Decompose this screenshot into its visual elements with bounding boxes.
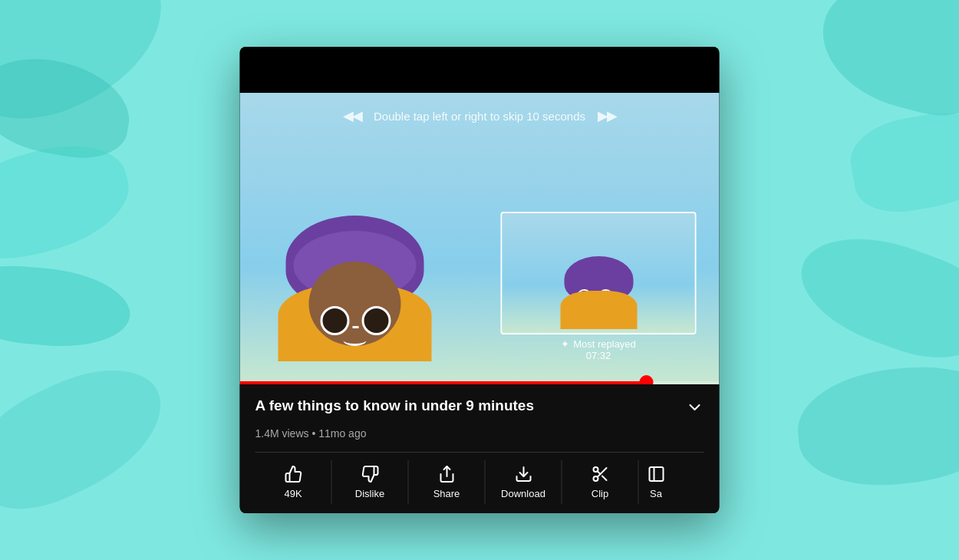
share-button[interactable]: Share: [409, 460, 486, 504]
most-replayed-thumbnail: [501, 212, 697, 334]
thumbs-down-icon: [361, 465, 379, 483]
sparkle-icon: ✦: [561, 338, 569, 350]
device-top-bar: [240, 47, 720, 93]
thumbs-up-icon: [284, 465, 302, 483]
scissors-icon: [591, 465, 609, 483]
video-info-panel: A few things to know in under 9 minutes …: [240, 384, 720, 513]
download-button[interactable]: Download: [486, 460, 562, 504]
video-title-row: A few things to know in under 9 minutes: [255, 397, 704, 421]
save-icon: [647, 465, 665, 483]
brush-stroke-5: [0, 347, 182, 529]
clip-button[interactable]: Clip: [562, 460, 639, 504]
chevron-down-button[interactable]: [686, 398, 704, 421]
glass-bridge: [353, 326, 359, 328]
video-player[interactable]: ◀◀ Double tap left or right to skip 10 s…: [240, 93, 720, 384]
save-button[interactable]: Sa: [639, 460, 674, 504]
dislike-label: Dislike: [355, 488, 384, 499]
dislike-button[interactable]: Dislike: [332, 460, 409, 504]
like-label: 49K: [284, 488, 302, 499]
video-title: A few things to know in under 9 minutes: [255, 397, 677, 416]
brush-stroke-3: [0, 130, 140, 276]
thumb-body: [560, 291, 637, 329]
skip-hint-text: Double tap left or right to skip 10 seco…: [374, 110, 585, 123]
svg-rect-7: [649, 467, 663, 481]
most-replayed-time: 07:32: [501, 350, 697, 361]
progress-bar-track[interactable]: [240, 381, 720, 384]
skip-left-arrows: ◀◀: [343, 107, 361, 124]
share-label: Share: [433, 488, 460, 499]
chevron-down-icon: [686, 398, 704, 417]
save-label: Sa: [650, 488, 662, 499]
actions-row: 49K Dislike Share: [255, 452, 704, 504]
main-character: [302, 239, 409, 346]
share-icon: [437, 465, 456, 483]
thumb-head: [572, 268, 625, 321]
download-icon: [514, 465, 532, 483]
char-glasses: [321, 306, 391, 335]
brush-stroke-7: [845, 103, 959, 220]
char-head: [302, 239, 409, 346]
thumbnail-content: [503, 213, 695, 333]
brush-stroke-4: [0, 262, 133, 353]
download-label: Download: [501, 488, 545, 499]
glass-frame-left: [321, 306, 350, 335]
skip-right-arrows: ▶▶: [598, 107, 616, 124]
video-meta: 1.4M views • 11mo ago: [255, 427, 704, 440]
progress-bar-fill: [240, 381, 648, 384]
skip-hint-overlay: ◀◀ Double tap left or right to skip 10 s…: [240, 93, 720, 139]
brush-stroke-6: [808, 0, 959, 128]
brush-stroke-9: [793, 359, 959, 492]
char-face: [309, 262, 401, 346]
thumb-character: [572, 268, 625, 321]
char-mouth: [344, 334, 367, 346]
most-replayed-label: ✦ Most replayed: [501, 338, 697, 350]
brush-stroke-8: [786, 216, 959, 375]
device-frame: ◀◀ Double tap left or right to skip 10 s…: [240, 47, 720, 513]
like-button[interactable]: 49K: [255, 460, 332, 504]
glass-frame-right: [362, 306, 391, 335]
svg-line-6: [597, 471, 600, 474]
most-replayed-label-container: ✦ Most replayed 07:32: [501, 338, 697, 361]
clip-label: Clip: [592, 488, 608, 499]
most-replayed-text: Most replayed: [573, 338, 636, 350]
svg-line-5: [601, 476, 606, 480]
